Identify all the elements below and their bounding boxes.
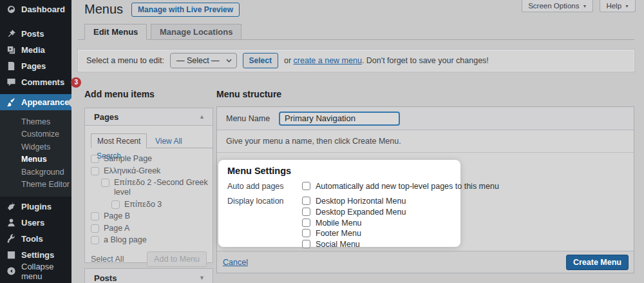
page-title: Menus (84, 2, 123, 17)
sidebar-item-label: Pages (21, 61, 46, 71)
sidebar-item-label: Tools (21, 234, 43, 244)
screen-options-label: Screen Options (528, 2, 579, 10)
sidebar-item-label: Collapse menu (21, 262, 71, 281)
sidebar-item-label: Appearance (21, 97, 69, 107)
checkbox[interactable] (111, 200, 120, 209)
posts-accordion-header[interactable]: Posts ▼ (84, 268, 213, 283)
location-label: Desktop Expanded Menu (316, 208, 406, 217)
submenu-item-theme-editor[interactable]: Theme Editor (0, 179, 71, 191)
sidebar-collapse-button[interactable]: Collapse menu (0, 263, 71, 279)
sidebar-item-label: Dashboard (21, 5, 65, 14)
page-checkbox-item[interactable]: a Blog page (91, 235, 207, 245)
select-menu-label: Select a menu to edit: (86, 56, 164, 65)
checkbox[interactable] (91, 224, 99, 233)
sidebar-item-posts[interactable]: Posts (0, 26, 71, 42)
appearance-submenu: Themes Customize Widgets Menus Backgroun… (0, 110, 71, 197)
submenu-item-customize[interactable]: Customize (0, 128, 71, 141)
location-checkbox-row[interactable]: Desktop Horizontal Menu (302, 197, 406, 206)
tab-most-recent[interactable]: Most Recent (91, 133, 147, 148)
checkbox[interactable] (302, 219, 310, 227)
location-label: Mobile Menu (316, 219, 362, 228)
checkbox[interactable] (91, 212, 99, 220)
comment-bubble-icon (6, 77, 16, 87)
submenu-label: Themes (21, 117, 50, 126)
create-new-menu-link[interactable]: create a new menu (294, 56, 362, 65)
page-item-label: Page B (104, 211, 130, 221)
checkbox[interactable] (91, 167, 99, 175)
page-checkbox-item[interactable]: Ελληνικά-Greek (91, 166, 207, 176)
add-to-menu-button[interactable]: Add to Menu (147, 251, 207, 267)
tab-view-all[interactable]: View All (149, 133, 188, 148)
menu-select-bar: Select a menu to edit: — Select — Select… (78, 50, 634, 72)
media-icon (6, 45, 16, 55)
display-location-label: Display location (227, 197, 302, 251)
current-menu-arrow (67, 98, 71, 107)
location-checkbox-row[interactable]: Mobile Menu (302, 219, 406, 228)
submenu-item-themes[interactable]: Themes (0, 115, 71, 128)
select-button[interactable]: Select (243, 53, 278, 68)
sidebar-item-label: Media (21, 45, 45, 55)
menu-name-label: Menu Name (226, 114, 270, 123)
sidebar-item-tools[interactable]: Tools (0, 231, 71, 247)
settings-icon (6, 250, 16, 260)
location-checkbox-row[interactable]: Social Menu (302, 240, 406, 249)
checkbox[interactable] (302, 208, 310, 216)
or-text: or (284, 56, 291, 65)
user-icon (6, 218, 16, 228)
pages-accordion-header[interactable]: Pages ▲ (84, 108, 213, 126)
collapse-arrow-icon (6, 266, 16, 276)
sidebar-item-settings[interactable]: Settings (0, 247, 71, 263)
checkbox[interactable] (302, 197, 310, 205)
menu-structure-heading: Menu structure (216, 89, 281, 99)
comments-count-badge: 3 (71, 77, 81, 88)
checkbox[interactable] (101, 179, 109, 187)
menu-dropdown[interactable]: — Select — (170, 53, 237, 68)
select-all-link[interactable]: Select All (91, 255, 124, 264)
submenu-item-menus[interactable]: Menus (0, 153, 71, 166)
paintbrush-icon (6, 97, 16, 107)
sidebar-item-media[interactable]: Media (0, 42, 71, 58)
help-button[interactable]: Help ▼ (600, 0, 636, 12)
page-checkbox-item[interactable]: Page A (91, 224, 207, 233)
sidebar-item-dashboard[interactable]: Dashboard (0, 1, 71, 17)
sidebar-item-appearance[interactable]: Appearance (0, 94, 71, 110)
admin-sidebar: Dashboard Posts Media Pages Comments 3 A… (0, 0, 71, 283)
screen-options-button[interactable]: Screen Options ▼ (522, 0, 593, 12)
page-checkbox-item[interactable]: Επίπεδο 2 -Second Greek level (101, 178, 208, 197)
page-checkbox-item[interactable]: Επίπεδο 3 (111, 200, 207, 210)
location-checkbox-row[interactable]: Footer Menu (302, 229, 406, 238)
page-checkbox-item[interactable]: Page B (91, 211, 207, 221)
auto-add-checkbox-row[interactable]: Automatically add new top-level pages to… (302, 182, 499, 191)
tab-edit-menus[interactable]: Edit Menus (84, 24, 147, 40)
sidebar-item-label: Comments (21, 77, 64, 87)
menu-name-input[interactable] (279, 112, 400, 126)
checkbox[interactable] (302, 229, 310, 237)
tab-search[interactable]: Search (91, 148, 127, 163)
create-menu-button[interactable]: Create Menu (566, 255, 629, 270)
sidebar-item-label: Posts (21, 29, 44, 39)
tab-manage-locations[interactable]: Manage Locations (151, 24, 242, 40)
chevron-down-icon: ▼ (582, 4, 587, 8)
sidebar-item-comments[interactable]: Comments 3 (0, 74, 71, 90)
sidebar-item-label: Settings (21, 250, 54, 260)
submenu-item-background[interactable]: Background (0, 166, 71, 179)
live-preview-button[interactable]: Manage with Live Preview (131, 3, 240, 17)
checkbox[interactable] (91, 236, 99, 244)
checkbox[interactable] (302, 240, 310, 248)
menu-dropdown-value: — Select — (176, 56, 220, 65)
chevron-down-icon: ▼ (625, 4, 629, 8)
location-label: Desktop Horizontal Menu (316, 197, 406, 206)
submenu-label: Menus (21, 155, 47, 164)
sidebar-item-users[interactable]: Users (0, 215, 71, 231)
sidebar-item-pages[interactable]: Pages (0, 58, 71, 74)
cancel-link[interactable]: Cancel (223, 258, 248, 267)
location-checkbox-row[interactable]: Desktop Expanded Menu (302, 208, 406, 217)
menu-settings-section: Menu Settings Auto add pages Automatical… (217, 153, 634, 251)
submenu-item-widgets[interactable]: Widgets (0, 141, 71, 153)
menu-name-bar: Menu Name (217, 107, 634, 130)
sidebar-item-label: Plugins (21, 202, 52, 211)
page-item-label: Ελληνικά-Greek (104, 166, 160, 176)
publishing-actions-bar: Cancel Create Menu (217, 251, 634, 273)
sidebar-item-plugins[interactable]: Plugins (0, 199, 71, 215)
checkbox[interactable] (302, 182, 310, 190)
